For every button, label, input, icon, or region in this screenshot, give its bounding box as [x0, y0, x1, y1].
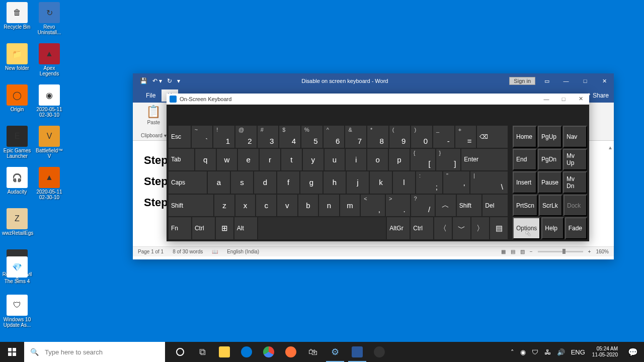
- osk-key[interactable]: w: [217, 149, 237, 171]
- desktop-icon[interactable]: ▲2020-05-11 02-30-10: [34, 167, 64, 200]
- status-words[interactable]: 8 of 30 words: [173, 249, 203, 254]
- obs-icon[interactable]: [368, 342, 390, 362]
- desktop-icon[interactable]: ◉2020-05-11 02-30-10: [34, 84, 64, 118]
- osk-key[interactable]: +=: [455, 126, 476, 148]
- osk-side-key-mv-up[interactable]: Mv Up: [563, 149, 587, 171]
- scroll-up-icon[interactable]: ▲: [608, 143, 613, 152]
- sign-in-button[interactable]: Sign in: [509, 77, 535, 85]
- osk-key[interactable]: g: [300, 171, 323, 194]
- osk-key[interactable]: n: [319, 195, 339, 217]
- osk-key[interactable]: Esc: [169, 126, 191, 148]
- osk-side-key-prtscn[interactable]: PrtScn: [513, 195, 538, 217]
- view-print-icon[interactable]: ▤: [511, 249, 515, 254]
- osk-key[interactable]: {[: [411, 149, 435, 171]
- tab-file[interactable]: File: [140, 89, 162, 102]
- settings-app-icon[interactable]: ⚙: [324, 342, 346, 362]
- share-button[interactable]: ↱ Share: [586, 92, 614, 99]
- tray-clock[interactable]: 05:24 AM 11-05-2020: [588, 346, 622, 358]
- osk-key[interactable]: @2: [235, 126, 257, 148]
- osk-key[interactable]: Fn: [169, 217, 191, 239]
- desktop-icon[interactable]: 🛡Windows 10 Update As...: [2, 295, 32, 328]
- osk-key[interactable]: d: [254, 171, 276, 194]
- osk-titlebar[interactable]: On-Screen Keyboard — □ ✕: [167, 94, 589, 105]
- osk-key[interactable]: o: [367, 149, 388, 171]
- desktop-icon[interactable]: 🎧Audacity: [2, 167, 32, 195]
- notifications-icon[interactable]: 💬: [622, 347, 644, 357]
- osk-key[interactable]: Alt: [234, 217, 257, 239]
- osk-key[interactable]: t: [281, 149, 302, 171]
- osk-key[interactable]: ▤: [490, 217, 508, 239]
- search-input[interactable]: 🔍 Type here to search: [24, 342, 165, 362]
- osk-key[interactable]: 〉: [471, 217, 489, 239]
- zoom-slider[interactable]: [538, 251, 583, 252]
- osk-key[interactable]: $4: [279, 126, 300, 148]
- osk-side-key-insert[interactable]: Insert: [513, 171, 537, 194]
- osk-key[interactable]: x: [235, 195, 256, 217]
- osk-key[interactable]: (9: [389, 126, 411, 148]
- osk-key[interactable]: Tab: [169, 149, 194, 171]
- tray-language[interactable]: ENG: [568, 348, 588, 356]
- osk-key[interactable]: [258, 217, 386, 239]
- osk-key[interactable]: Caps: [169, 171, 207, 194]
- desktop-icon[interactable]: ZwwzRetailEgs: [2, 208, 32, 236]
- osk-side-key-pgup[interactable]: PgUp: [538, 126, 562, 148]
- osk-key[interactable]: _-: [433, 126, 454, 148]
- osk-key[interactable]: Enter: [461, 149, 508, 171]
- tray-obs-icon[interactable]: ◉: [517, 348, 529, 356]
- osk-key[interactable]: ~`: [192, 126, 213, 148]
- osk-side-key-pause[interactable]: Pause: [538, 171, 562, 194]
- status-proofing-icon[interactable]: 📖: [212, 249, 218, 254]
- osk-key[interactable]: "': [443, 171, 469, 194]
- explorer-icon[interactable]: [213, 342, 235, 362]
- undo-icon[interactable]: ↶ ▾: [152, 77, 162, 84]
- osk-key[interactable]: Shift: [169, 195, 213, 217]
- osk-key[interactable]: m: [340, 195, 360, 217]
- osk-key[interactable]: i: [346, 149, 366, 171]
- osk-key[interactable]: )0: [411, 126, 432, 148]
- osk-key[interactable]: &7: [345, 126, 366, 148]
- osk-key[interactable]: Shift: [457, 195, 482, 217]
- desktop-icon[interactable]: 📁New folder: [2, 43, 32, 71]
- osk-side-key-options[interactable]: Options: [513, 217, 540, 239]
- word-titlebar[interactable]: 💾 ↶ ▾ ↻ ▾ Disable on screen keyboard - W…: [133, 73, 614, 88]
- osk-close-button[interactable]: ✕: [572, 94, 589, 105]
- osk-key[interactable]: !1: [213, 126, 234, 148]
- zoom-in-button[interactable]: +: [588, 249, 591, 254]
- osk-key[interactable]: ?/: [411, 195, 435, 217]
- osk-key[interactable]: a: [208, 171, 230, 194]
- tray-network-icon[interactable]: 🖧: [541, 348, 554, 356]
- osk-key[interactable]: Del: [482, 195, 508, 217]
- desktop-icon[interactable]: ↻Revo Uninstall...: [34, 2, 64, 35]
- osk-key[interactable]: ^6: [324, 126, 345, 148]
- desktop-icon[interactable]: EEpic Games Launcher: [2, 126, 32, 159]
- edge-icon[interactable]: [235, 342, 258, 362]
- osk-key[interactable]: 〈: [434, 217, 452, 239]
- paste-icon[interactable]: 📋: [141, 105, 167, 119]
- osk-key[interactable]: |\: [470, 171, 508, 194]
- word-app-icon[interactable]: [346, 342, 368, 362]
- zoom-level[interactable]: 160%: [596, 249, 609, 254]
- osk-key[interactable]: s: [231, 171, 253, 194]
- osk-key[interactable]: ⌫: [477, 126, 508, 148]
- desktop-icon[interactable]: ▲Apex Legends: [34, 43, 64, 76]
- osk-key[interactable]: ⊞: [216, 217, 233, 239]
- osk-key[interactable]: Ctrl: [411, 217, 433, 239]
- desktop-icon[interactable]: 🗑Recycle Bin: [2, 2, 32, 30]
- view-read-icon[interactable]: ▦: [501, 249, 506, 254]
- desktop-icon[interactable]: ◯Origin: [2, 84, 32, 112]
- chrome-icon[interactable]: [258, 342, 280, 362]
- osk-key[interactable]: q: [195, 149, 216, 171]
- close-button[interactable]: ✕: [595, 73, 614, 88]
- osk-key[interactable]: b: [298, 195, 318, 217]
- osk-side-key-scrlk[interactable]: ScrLk: [539, 195, 562, 217]
- status-language[interactable]: English (India): [227, 249, 259, 254]
- save-icon[interactable]: 💾: [140, 77, 147, 84]
- osk-key[interactable]: v: [277, 195, 297, 217]
- osk-key[interactable]: }]: [436, 149, 461, 171]
- osk-key[interactable]: :;: [416, 171, 442, 194]
- store-icon[interactable]: 🛍: [302, 342, 324, 362]
- status-page[interactable]: Page 1 of 1: [138, 249, 164, 254]
- osk-key[interactable]: c: [256, 195, 276, 217]
- osk-key[interactable]: AltGr: [387, 217, 410, 239]
- tray-chevron-icon[interactable]: ˄: [508, 348, 517, 356]
